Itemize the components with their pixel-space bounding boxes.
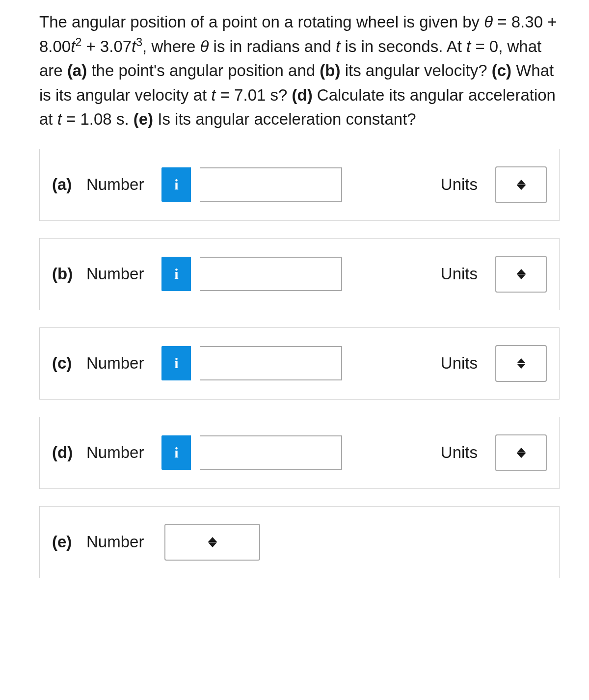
stepper-icon [517,269,526,279]
info-icon-button[interactable]: i [161,257,191,291]
units-label: Units [441,351,478,376]
answer-row-b: (b) Number i Units [39,238,560,310]
number-select-e[interactable] [164,524,260,561]
part-label: (b) [52,262,78,286]
number-label: Number [86,440,144,465]
number-input-c[interactable] [200,346,342,380]
info-icon-button[interactable]: i [161,435,191,470]
number-input-a[interactable] [200,167,342,202]
question-text: The angular position of a point on a rot… [39,10,560,132]
number-label: Number [86,351,144,376]
units-label: Units [441,172,478,197]
number-label: Number [86,530,144,554]
info-icon-button[interactable]: i [161,167,191,202]
part-label: (d) [52,440,78,465]
number-label: Number [86,262,144,286]
stepper-icon [517,448,526,458]
answer-row-d: (d) Number i Units [39,417,560,489]
stepper-icon [517,358,526,369]
part-label: (c) [52,351,78,376]
info-icon-button[interactable]: i [161,346,191,380]
number-label: Number [86,172,144,197]
stepper-icon [517,180,526,190]
units-select-d[interactable] [495,434,547,471]
units-select-a[interactable] [495,166,547,203]
stepper-icon [208,537,217,547]
units-select-c[interactable] [495,345,547,382]
units-label: Units [441,440,478,465]
part-label: (a) [52,172,78,197]
units-label: Units [441,262,478,286]
number-input-d[interactable] [200,435,342,470]
answer-row-a: (a) Number i Units [39,149,560,221]
answer-row-c: (c) Number i Units [39,327,560,400]
units-select-b[interactable] [495,256,547,293]
part-label: (e) [52,530,78,554]
answer-row-e: (e) Number [39,506,560,578]
number-input-b[interactable] [200,257,342,291]
